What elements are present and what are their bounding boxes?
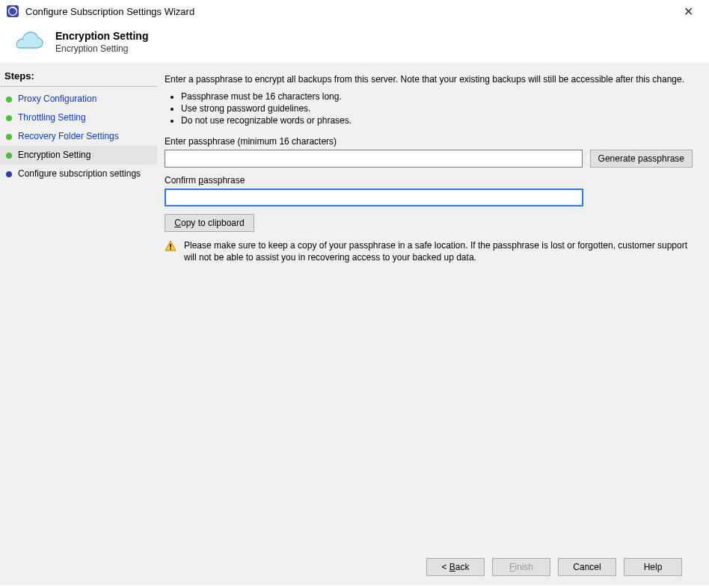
confirm-passphrase-label: Confirm passphrase [165, 175, 693, 186]
step-label: Configure subscription settings [18, 168, 141, 180]
button-label: Copy to clipboard [174, 218, 244, 228]
step-configure-subscription-settings[interactable]: Configure subscription settings [0, 165, 157, 183]
finish-button[interactable]: Finish [492, 558, 550, 576]
confirm-passphrase-input[interactable] [165, 189, 583, 206]
step-label: Recovery Folder Settings [18, 131, 119, 142]
button-label: Help [644, 562, 663, 572]
requirement-item: Do not use recognizable words or phrases… [181, 115, 693, 126]
warning-icon [165, 240, 177, 252]
warning-text: Please make sure to keep a copy of your … [184, 239, 688, 263]
step-label: Throttling Setting [18, 112, 86, 123]
step-proxy-configuration[interactable]: Proxy Configuration [0, 90, 157, 108]
enter-passphrase-input[interactable] [165, 150, 583, 168]
step-current-icon [6, 153, 12, 159]
requirement-item: Use strong password guidelines. [181, 103, 693, 114]
page-subtitle: Encryption Setting [55, 43, 148, 54]
step-throttling-setting[interactable]: Throttling Setting [0, 108, 157, 127]
step-done-icon [6, 134, 12, 140]
generate-passphrase-button[interactable]: Generate passphrase [590, 150, 693, 168]
titlebar: Configure Subscription Settings Wizard ✕ [0, 0, 709, 22]
svg-rect-4 [170, 244, 171, 248]
enter-passphrase-label: Enter passphrase (minimum 16 characters) [165, 136, 693, 147]
button-label: Cancel [573, 562, 601, 572]
cloud-icon [12, 30, 45, 54]
button-label: Finish [509, 562, 533, 572]
requirements-list: Passphrase must be 16 characters long. U… [181, 91, 693, 126]
step-label: Encryption Setting [18, 150, 90, 161]
close-icon[interactable]: ✕ [673, 1, 703, 21]
steps-header: Steps: [0, 67, 157, 87]
step-encryption-setting[interactable]: Encryption Setting [0, 146, 157, 165]
help-button[interactable]: Help [624, 558, 682, 576]
step-done-icon [6, 115, 12, 121]
button-label: < Back [441, 562, 469, 572]
steps-sidebar: Steps: Proxy Configuration Throttling Se… [0, 63, 157, 549]
wizard-footer: < Back Finish Cancel Help [0, 549, 709, 585]
requirement-item: Passphrase must be 16 characters long. [181, 91, 693, 102]
content-pane: Enter a passphrase to encrypt all backup… [157, 63, 709, 549]
svg-rect-5 [170, 248, 171, 250]
app-icon [6, 4, 19, 18]
back-button[interactable]: < Back [426, 558, 485, 576]
step-todo-icon [6, 171, 12, 177]
cancel-button[interactable]: Cancel [558, 558, 616, 576]
page-title: Encryption Setting [55, 30, 148, 42]
step-done-icon [6, 97, 12, 102]
step-recovery-folder-settings[interactable]: Recovery Folder Settings [0, 127, 157, 146]
intro-text: Enter a passphrase to encrypt all backup… [165, 73, 688, 85]
window-title: Configure Subscription Settings Wizard [25, 6, 673, 17]
step-label: Proxy Configuration [18, 94, 96, 105]
wizard-header: Encryption Setting Encryption Setting [0, 22, 709, 63]
button-label: Generate passphrase [598, 153, 684, 164]
copy-to-clipboard-button[interactable]: Copy to clipboard [165, 214, 254, 232]
